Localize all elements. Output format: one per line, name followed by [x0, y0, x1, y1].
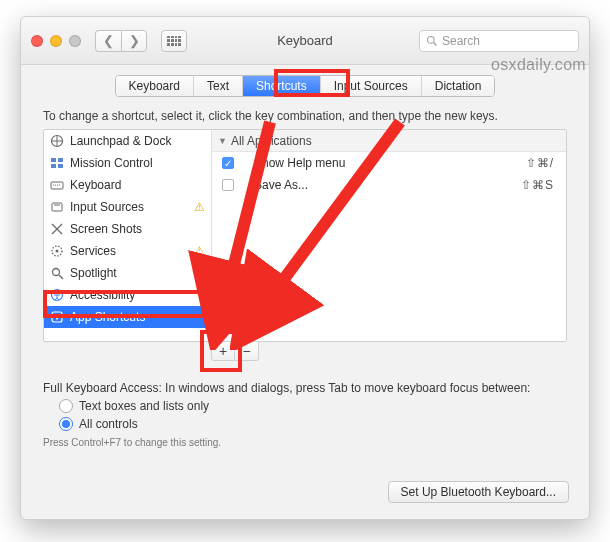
- radio-all-controls[interactable]: All controls: [59, 417, 567, 431]
- add-button[interactable]: +: [211, 341, 235, 361]
- back-button[interactable]: ❮: [95, 30, 121, 52]
- accessibility-icon: [50, 288, 64, 302]
- minimize-icon[interactable]: [50, 35, 62, 47]
- svg-line-18: [59, 275, 63, 279]
- add-remove-bar: + −: [211, 341, 567, 361]
- tab-keyboard[interactable]: Keyboard: [116, 76, 194, 96]
- mission-icon: [50, 156, 64, 170]
- category-spotlight[interactable]: Spotlight: [44, 262, 211, 284]
- shortcut-name: Save As...: [244, 178, 511, 192]
- search-icon: [426, 35, 438, 47]
- full-keyboard-access-label: Full Keyboard Access: In windows and dia…: [43, 381, 567, 395]
- svg-point-16: [56, 250, 59, 253]
- instruction-text: To change a shortcut, select it, click t…: [43, 109, 567, 123]
- shortcuts-pane: Launchpad & DockMission ControlKeyboardI…: [43, 129, 567, 342]
- zoom-icon: [69, 35, 81, 47]
- tab-input-sources[interactable]: Input Sources: [321, 76, 422, 96]
- shortcut-name: Show Help menu: [244, 156, 516, 170]
- category-mission-control[interactable]: Mission Control: [44, 152, 211, 174]
- category-services[interactable]: Services⚠︎: [44, 240, 211, 262]
- forward-button[interactable]: ❯: [121, 30, 147, 52]
- svg-point-0: [428, 36, 435, 43]
- setup-bluetooth-button[interactable]: Set Up Bluetooth Keyboard...: [388, 481, 569, 503]
- services-icon: [50, 244, 64, 258]
- tab-dictation[interactable]: Dictation: [422, 76, 495, 96]
- category-list[interactable]: Launchpad & DockMission ControlKeyboardI…: [44, 130, 212, 341]
- screenshot-icon: [50, 222, 64, 236]
- shortcut-detail: ▼ All Applications ✓Show Help menu⇧⌘/Sav…: [212, 130, 566, 341]
- shortcut-row[interactable]: Save As...⇧⌘S: [212, 174, 566, 196]
- svg-line-1: [434, 42, 437, 45]
- titlebar: ❮ ❯ Keyboard Search: [21, 17, 589, 65]
- svg-rect-5: [51, 158, 56, 162]
- group-header-label: All Applications: [231, 134, 312, 148]
- shortcut-row[interactable]: ✓Show Help menu⇧⌘/: [212, 152, 566, 174]
- shortcut-keys[interactable]: ⇧⌘S: [521, 178, 554, 192]
- shortcut-keys[interactable]: ⇧⌘/: [526, 156, 554, 170]
- tabs-segmented-control: KeyboardTextShortcutsInput SourcesDictat…: [115, 75, 496, 97]
- category-app-shortcuts[interactable]: App Shortcuts: [44, 306, 211, 328]
- show-all-button[interactable]: [161, 30, 187, 52]
- system-preferences-window: ❮ ❯ Keyboard Search KeyboardTextShortcut…: [20, 16, 590, 520]
- category-launchpad-dock[interactable]: Launchpad & Dock: [44, 130, 211, 152]
- category-keyboard[interactable]: Keyboard: [44, 174, 211, 196]
- svg-rect-8: [58, 164, 63, 168]
- enable-checkbox[interactable]: ✓: [222, 157, 234, 169]
- svg-rect-7: [51, 164, 56, 168]
- svg-point-17: [53, 269, 60, 276]
- category-input-sources[interactable]: Input Sources⚠︎: [44, 196, 211, 218]
- spotlight-icon: [50, 266, 64, 280]
- launchpad-icon: [50, 134, 64, 148]
- content-area: KeyboardTextShortcutsInput SourcesDictat…: [21, 65, 589, 462]
- traffic-lights: [31, 35, 81, 47]
- enable-checkbox[interactable]: [222, 179, 234, 191]
- category-screen-shots[interactable]: Screen Shots: [44, 218, 211, 240]
- disclosure-triangle-icon[interactable]: ▼: [218, 136, 227, 146]
- remove-button[interactable]: −: [235, 341, 259, 361]
- svg-rect-11: [52, 203, 62, 211]
- warning-icon: ⚠︎: [194, 244, 205, 258]
- tab-shortcuts[interactable]: Shortcuts: [243, 76, 321, 96]
- app-icon: [50, 310, 64, 324]
- keyboard-icon: [50, 178, 64, 192]
- svg-rect-6: [58, 158, 63, 162]
- search-input[interactable]: Search: [419, 30, 579, 52]
- close-icon[interactable]: [31, 35, 43, 47]
- tab-text[interactable]: Text: [194, 76, 243, 96]
- nav-buttons: ❮ ❯: [95, 30, 147, 52]
- footer-subhint: Press Control+F7 to change this setting.: [43, 437, 567, 448]
- warning-icon: ⚠︎: [194, 200, 205, 214]
- radio-text-boxes[interactable]: Text boxes and lists only: [59, 399, 567, 413]
- input-icon: [50, 200, 64, 214]
- svg-point-20: [56, 292, 58, 294]
- group-header-row[interactable]: ▼ All Applications: [212, 130, 566, 152]
- category-accessibility[interactable]: Accessibility: [44, 284, 211, 306]
- footer: Full Keyboard Access: In windows and dia…: [43, 381, 567, 448]
